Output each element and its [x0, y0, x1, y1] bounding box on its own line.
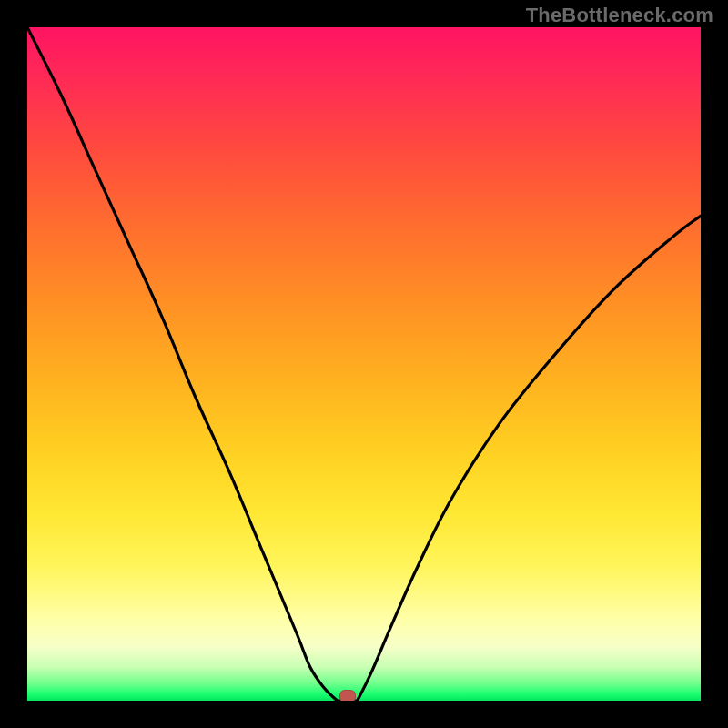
bottleneck-marker	[339, 690, 356, 701]
curve-path	[27, 27, 701, 701]
bottleneck-curve	[27, 27, 701, 701]
plot-area	[27, 27, 701, 701]
watermark-text: TheBottleneck.com	[526, 4, 713, 27]
chart-frame: TheBottleneck.com	[0, 0, 728, 728]
